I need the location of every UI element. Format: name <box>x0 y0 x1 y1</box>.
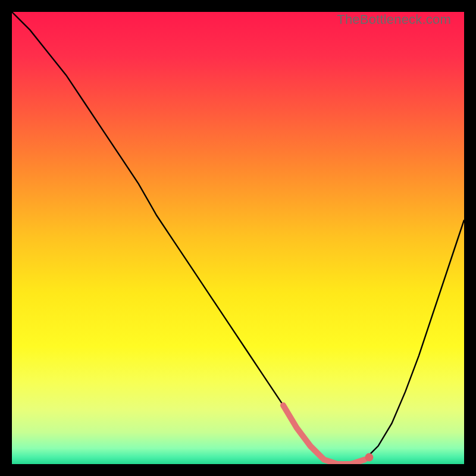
gradient-background <box>12 12 464 464</box>
watermark-text: TheBottleneck.com <box>337 12 451 27</box>
marker-dot <box>365 453 373 462</box>
bottleneck-chart <box>12 12 464 464</box>
chart-frame: TheBottleneck.com <box>12 12 464 464</box>
